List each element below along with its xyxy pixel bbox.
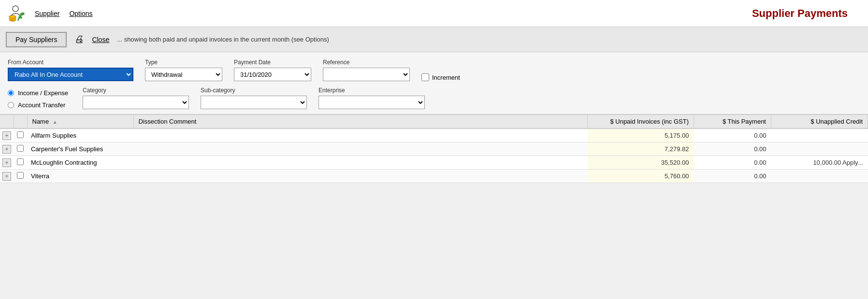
dissection-comment	[133, 156, 588, 170]
check-cell[interactable]	[14, 142, 27, 156]
check-cell[interactable]	[14, 128, 27, 142]
options-menu[interactable]: Options	[69, 10, 92, 17]
table-header: Name ▲ Dissection Comment $ Unpaid Invoi…	[0, 115, 868, 128]
table-row: + Allfarm Supplies 5,175.00 0.00	[0, 128, 868, 142]
subcategory-select[interactable]	[201, 96, 307, 109]
subcategory-item: Sub-category	[201, 87, 307, 109]
col-header-payment: $ This Payment	[694, 115, 771, 128]
this-payment: 0.00	[694, 170, 771, 183]
toolbar: Pay Suppliers 🖨 Close ... showing both p…	[0, 27, 868, 52]
supplier-name: Carpenter's Fuel Supplies	[27, 142, 133, 156]
category-group: Category Sub-category Enterprise	[83, 87, 425, 109]
this-payment: 0.00	[694, 128, 771, 142]
unpaid-amount: 5,760.00	[588, 170, 694, 183]
unpaid-amount: 5,175.00	[588, 128, 694, 142]
row-checkbox[interactable]	[17, 172, 24, 179]
enterprise-select[interactable]	[318, 96, 425, 109]
app-title: Supplier Payments	[752, 7, 862, 20]
reference-label: Reference	[323, 59, 410, 66]
payment-date-select[interactable]: 31/10/2020	[234, 68, 311, 81]
income-expense-radio[interactable]	[8, 90, 14, 96]
reference-group: Reference	[323, 59, 410, 81]
supplier-name: Allfarm Supplies	[27, 128, 133, 142]
dissection-comment	[133, 142, 588, 156]
table-row: + McLoughlin Contracting 35,520.00 0.00 …	[0, 156, 868, 170]
svg-point-0	[13, 6, 18, 12]
check-cell[interactable]	[14, 156, 27, 170]
expand-cell[interactable]: +	[0, 142, 14, 156]
col-header-credit: $ Unapplied Credit	[771, 115, 868, 128]
enterprise-item: Enterprise	[318, 87, 425, 109]
expand-cell[interactable]: +	[0, 170, 14, 183]
col-header-name[interactable]: Name ▲	[27, 115, 133, 128]
sort-arrow-name: ▲	[53, 119, 58, 125]
table-row: + Carpenter's Fuel Supplies 7,279.82 0.0…	[0, 142, 868, 156]
form-area: From Account Rabo All In One Account Typ…	[0, 52, 868, 115]
table-body: + Allfarm Supplies 5,175.00 0.00 + Carpe…	[0, 128, 868, 183]
menu-bar: Supplier Options Supplier Payments	[0, 0, 868, 27]
income-expense-radio-item[interactable]: Income / Expense	[8, 89, 68, 97]
unpaid-amount: 7,279.82	[588, 142, 694, 156]
logo-area	[6, 4, 25, 23]
from-account-group: From Account Rabo All In One Account	[8, 59, 133, 81]
close-button[interactable]: Close	[92, 36, 109, 43]
type-select[interactable]: Withdrawal	[145, 68, 222, 81]
expand-button[interactable]: +	[2, 131, 11, 140]
account-transfer-label: Account Transfer	[18, 101, 65, 109]
this-payment: 0.00	[694, 156, 771, 170]
svg-point-5	[9, 15, 16, 18]
supplier-menu[interactable]: Supplier	[35, 10, 59, 17]
form-row2: Income / Expense Account Transfer Catego…	[8, 87, 860, 109]
toolbar-message: ... showing both paid and unpaid invoice…	[117, 36, 329, 43]
unpaid-amount: 35,520.00	[588, 156, 694, 170]
unapplied-credit	[771, 170, 868, 183]
col-header-unpaid: $ Unpaid Invoices (inc GST)	[588, 115, 694, 128]
col-header-comment: Dissection Comment	[133, 115, 588, 128]
expand-button[interactable]: +	[2, 158, 11, 167]
col-header-expand	[0, 115, 14, 128]
suppliers-table: Name ▲ Dissection Comment $ Unpaid Invoi…	[0, 115, 868, 183]
unapplied-credit	[771, 142, 868, 156]
row-checkbox[interactable]	[17, 145, 24, 152]
enterprise-label: Enterprise	[318, 87, 425, 94]
expand-button[interactable]: +	[2, 145, 11, 154]
unapplied-credit	[771, 128, 868, 142]
reference-select[interactable]	[323, 68, 410, 81]
print-icon[interactable]: 🖨	[74, 34, 84, 45]
from-account-label: From Account	[8, 59, 133, 66]
col-header-check	[14, 115, 27, 128]
account-transfer-radio-item[interactable]: Account Transfer	[8, 101, 68, 109]
increment-checkbox[interactable]	[421, 73, 429, 81]
app-logo	[6, 4, 25, 23]
radio-group: Income / Expense Account Transfer	[8, 89, 68, 109]
check-cell[interactable]	[14, 170, 27, 183]
type-label: Type	[145, 59, 222, 66]
unapplied-credit[interactable]: 10,000.00 Apply...	[771, 156, 868, 170]
this-payment: 0.00	[694, 142, 771, 156]
payment-date-group: Payment Date 31/10/2020	[234, 59, 311, 81]
dissection-comment	[133, 128, 588, 142]
row-checkbox[interactable]	[17, 158, 24, 165]
subcategory-label: Sub-category	[201, 87, 307, 94]
account-transfer-radio[interactable]	[8, 102, 14, 108]
row-checkbox[interactable]	[17, 131, 24, 138]
category-select[interactable]	[83, 96, 189, 109]
expand-cell[interactable]: +	[0, 128, 14, 142]
supplier-name: McLoughlin Contracting	[27, 156, 133, 170]
table-row: + Viterra 5,760.00 0.00	[0, 170, 868, 183]
category-item: Category	[83, 87, 189, 109]
expand-button[interactable]: +	[2, 172, 11, 181]
increment-row: Increment	[421, 73, 460, 81]
category-label: Category	[83, 87, 189, 94]
dissection-comment	[133, 170, 588, 183]
expand-cell[interactable]: +	[0, 156, 14, 170]
type-group: Type Withdrawal	[145, 59, 222, 81]
supplier-name: Viterra	[27, 170, 133, 183]
increment-label: Increment	[432, 74, 460, 81]
table-area: Name ▲ Dissection Comment $ Unpaid Invoi…	[0, 115, 868, 183]
menu-items: Supplier Options	[35, 10, 93, 17]
from-account-select[interactable]: Rabo All In One Account	[8, 68, 133, 81]
pay-suppliers-button[interactable]: Pay Suppliers	[6, 32, 67, 47]
income-expense-label: Income / Expense	[18, 89, 68, 97]
payment-date-label: Payment Date	[234, 59, 311, 66]
